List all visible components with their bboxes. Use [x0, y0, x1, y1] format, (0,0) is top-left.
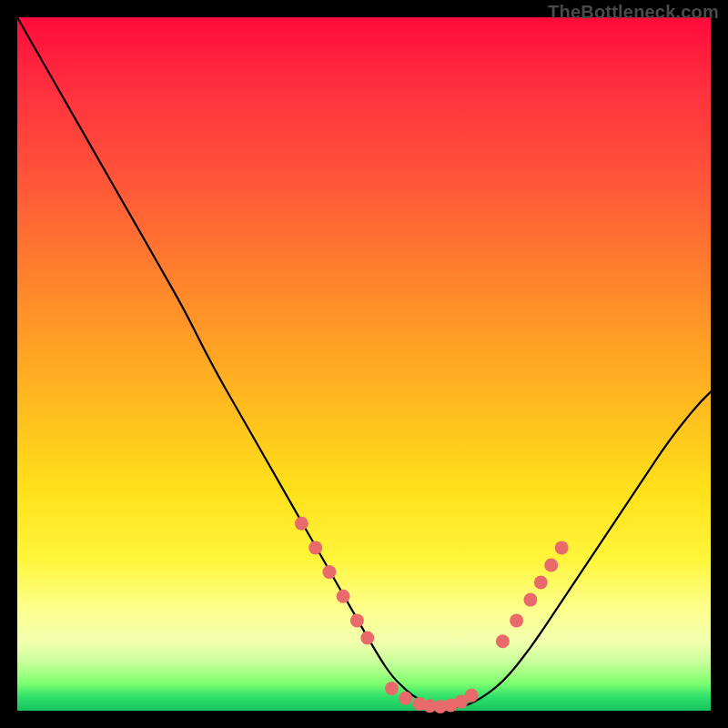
highlight-dot [337, 590, 350, 603]
highlight-dot [465, 689, 479, 703]
highlight-dot [295, 517, 308, 531]
highlight-dot [534, 576, 548, 590]
highlight-dot [544, 559, 558, 572]
bottleneck-curve [17, 17, 711, 707]
highlight-dot [350, 613, 364, 627]
highlight-dot [308, 541, 322, 554]
watermark-text: TheBottleneck.com [548, 2, 719, 23]
highlight-dot [523, 593, 537, 607]
chart-frame: TheBottleneck.com [0, 0, 728, 728]
highlight-dot [322, 565, 336, 579]
highlight-dot [399, 692, 412, 705]
highlight-dot [360, 632, 374, 645]
chart-overlay [17, 17, 711, 711]
highlight-dot [496, 634, 510, 648]
highlight-dot [385, 682, 399, 695]
highlight-dot [555, 541, 569, 554]
curve-highlight-dots [295, 517, 569, 713]
highlight-dot [510, 613, 523, 627]
